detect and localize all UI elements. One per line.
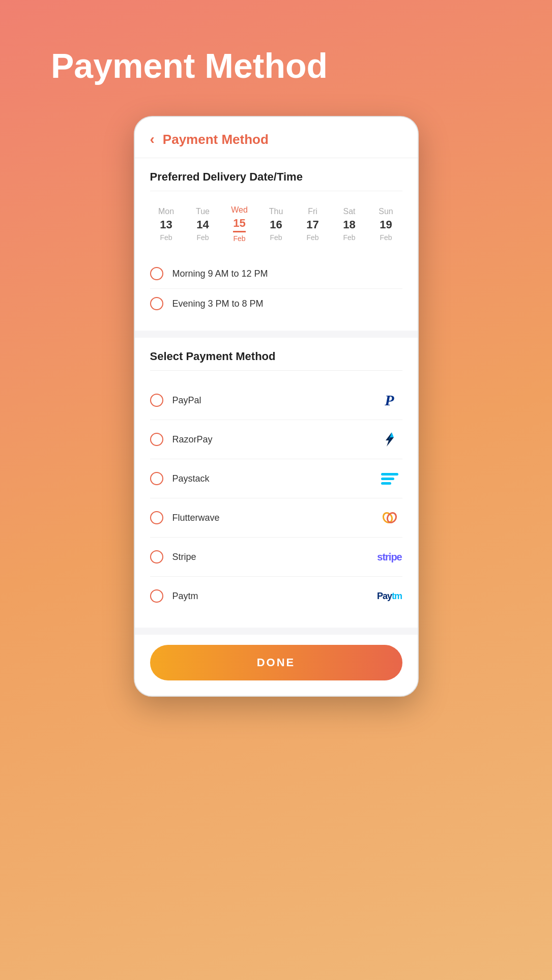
day-month-thu: Feb	[270, 233, 282, 242]
calendar-day-sun[interactable]: Sun 19 Feb	[370, 203, 402, 246]
delivery-section: Preferred Delivery Date/Time Mon 13 Feb …	[135, 158, 418, 331]
phone-frame: ‹ Payment Method Preferred Delivery Date…	[134, 116, 419, 697]
day-num-thu: 16	[270, 218, 282, 231]
radio-morning[interactable]	[150, 267, 163, 280]
calendar-day-thu[interactable]: Thu 16 Feb	[260, 203, 293, 246]
day-month-tue: Feb	[196, 233, 209, 242]
payment-option-flutterwave[interactable]: Flutterwave	[150, 498, 402, 538]
day-name-sun: Sun	[379, 207, 393, 216]
payment-section-title: Select Payment Method	[150, 350, 402, 371]
payment-name-flutterwave: Flutterwave	[172, 513, 368, 523]
payment-name-paytm: Paytm	[172, 591, 368, 602]
payment-option-paystack[interactable]: Paystack	[150, 459, 402, 498]
radio-flutterwave[interactable]	[150, 511, 163, 524]
paypal-logo: P	[377, 391, 402, 409]
razorpay-logo	[377, 430, 402, 449]
day-num-sun: 19	[380, 218, 392, 231]
payment-section: Select Payment Method PayPal P RazorPay	[135, 338, 418, 628]
day-name-mon: Mon	[158, 207, 174, 216]
time-option-morning[interactable]: Morning 9 AM to 12 PM	[150, 259, 402, 288]
paytm-logo: Paytm	[377, 587, 402, 605]
calendar-row: Mon 13 Feb Tue 14 Feb Wed 15 Feb Thu 16	[150, 201, 402, 247]
paystack-icon	[381, 473, 398, 485]
radio-evening[interactable]	[150, 297, 163, 310]
day-month-fri: Feb	[306, 233, 318, 242]
phone-header: ‹ Payment Method	[135, 117, 418, 158]
day-month-wed: Feb	[233, 234, 245, 243]
payment-option-razorpay[interactable]: RazorPay	[150, 420, 402, 459]
time-option-evening[interactable]: Evening 3 PM to 8 PM	[150, 288, 402, 318]
day-num-mon: 13	[160, 218, 172, 231]
calendar-day-wed[interactable]: Wed 15 Feb	[223, 201, 256, 247]
paytm-icon: Paytm	[377, 591, 402, 602]
paystack-logo	[377, 469, 402, 488]
done-button[interactable]: DONE	[150, 645, 402, 680]
stripe-icon: stripe	[377, 551, 401, 563]
day-month-sat: Feb	[343, 233, 355, 242]
page-title: Payment Method	[0, 46, 328, 85]
payment-name-stripe: Stripe	[172, 552, 368, 562]
calendar-day-mon[interactable]: Mon 13 Feb	[150, 203, 183, 246]
day-num-fri: 17	[306, 218, 318, 231]
day-month-sun: Feb	[380, 233, 392, 242]
phone-content: Preferred Delivery Date/Time Mon 13 Feb …	[135, 158, 418, 696]
payment-option-paytm[interactable]: Paytm Paytm	[150, 577, 402, 615]
done-btn-container: DONE	[135, 635, 418, 696]
day-name-tue: Tue	[196, 207, 210, 216]
radio-paytm[interactable]	[150, 589, 163, 603]
day-num-sat: 18	[343, 218, 355, 231]
back-icon[interactable]: ‹	[150, 131, 155, 147]
day-name-wed: Wed	[231, 205, 248, 215]
flutterwave-icon	[381, 509, 399, 527]
radio-paypal[interactable]	[150, 394, 163, 407]
delivery-section-title: Preferred Delivery Date/Time	[150, 170, 402, 191]
radio-stripe[interactable]	[150, 550, 163, 563]
payment-option-paypal[interactable]: PayPal P	[150, 381, 402, 420]
calendar-day-fri[interactable]: Fri 17 Feb	[297, 203, 329, 246]
payment-name-paystack: Paystack	[172, 473, 368, 484]
payment-option-stripe[interactable]: Stripe stripe	[150, 538, 402, 577]
time-label-morning: Morning 9 AM to 12 PM	[172, 269, 268, 279]
payment-name-paypal: PayPal	[172, 395, 368, 406]
time-label-evening: Evening 3 PM to 8 PM	[172, 299, 264, 309]
radio-paystack[interactable]	[150, 472, 163, 485]
day-num-wed: 15	[233, 217, 245, 232]
day-num-tue: 14	[196, 218, 209, 231]
radio-razorpay[interactable]	[150, 433, 163, 446]
day-name-sat: Sat	[343, 207, 355, 216]
day-month-mon: Feb	[160, 233, 172, 242]
calendar-day-tue[interactable]: Tue 14 Feb	[187, 203, 219, 246]
payment-name-razorpay: RazorPay	[172, 434, 368, 445]
flutterwave-logo	[377, 509, 402, 527]
header-title: Payment Method	[163, 132, 269, 147]
stripe-logo: stripe	[377, 548, 402, 566]
razorpay-icon	[382, 431, 398, 448]
day-name-thu: Thu	[269, 207, 283, 216]
day-name-fri: Fri	[308, 207, 317, 216]
paypal-icon: P	[385, 392, 394, 409]
calendar-day-sat[interactable]: Sat 18 Feb	[333, 203, 366, 246]
